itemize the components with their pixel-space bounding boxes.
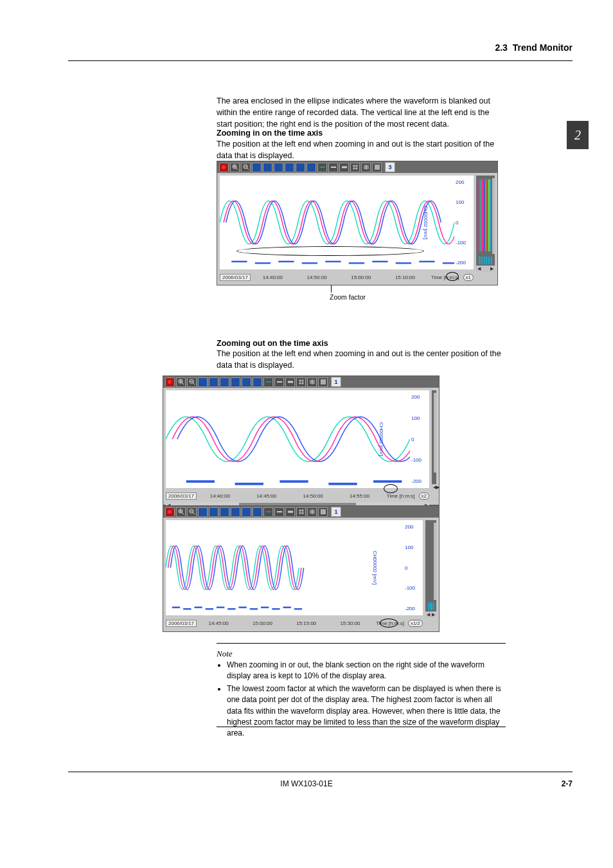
footer-rule	[68, 772, 573, 772]
x-tick: 14:55:00	[350, 493, 369, 499]
line-thin-icon[interactable]	[263, 377, 273, 387]
y-tick: 200	[456, 179, 472, 185]
footer-page-number: 2-7	[562, 779, 573, 788]
grid-icon[interactable]	[350, 163, 360, 172]
line-med-icon[interactable]	[274, 507, 284, 517]
zoom-in-icon[interactable]	[176, 377, 186, 387]
vertical-slider[interactable]	[434, 523, 436, 600]
note-heading: Note	[217, 648, 233, 660]
tool-icon[interactable]	[252, 163, 262, 172]
channel-bars	[428, 524, 432, 597]
trend-chart-window-2: 1 200 100 0 -100	[163, 375, 440, 505]
panel-nav[interactable]: ◀▶	[425, 611, 436, 618]
grid-dense-icon[interactable]	[372, 163, 382, 172]
zoom-in-icon[interactable]	[176, 507, 186, 517]
tool-icon[interactable]	[253, 377, 262, 387]
zoom-factor-box[interactable]: 3	[385, 162, 395, 172]
grid-icon[interactable]	[307, 377, 317, 387]
zoom-factor-box[interactable]: 1	[331, 377, 341, 387]
y-tick: -200	[456, 260, 472, 266]
chapter-tab: 2	[567, 121, 589, 149]
x-tick: 15:00:00	[253, 620, 272, 626]
nav-left-icon[interactable]: ◀	[427, 612, 430, 617]
zoom-in-icon[interactable]	[230, 163, 240, 172]
zoom-out-icon[interactable]	[187, 377, 197, 387]
record-icon[interactable]	[219, 163, 229, 172]
waveform-plot: 200 100 0 -100 -200 CH00002 [mV]	[166, 390, 429, 488]
tool-icon[interactable]	[220, 507, 229, 517]
tool-icon[interactable]	[285, 163, 294, 172]
date-box: 2006/03/17	[166, 620, 197, 627]
zoom-out-icon[interactable]	[241, 163, 251, 172]
y-tick: 0	[456, 220, 472, 226]
y-tick: -100	[456, 240, 472, 246]
line-med-icon[interactable]	[274, 377, 284, 387]
tool-icon[interactable]	[209, 377, 218, 387]
panel-nav[interactable]: ◀▶	[432, 484, 436, 491]
nav-left-icon[interactable]: ◀	[477, 266, 481, 271]
line-thick-icon[interactable]	[285, 507, 295, 517]
tool-icon[interactable]	[198, 377, 208, 387]
nav-right-icon[interactable]: ▶	[490, 266, 493, 271]
note-rule-top	[217, 643, 506, 644]
x-ticks: 14:40:00 14:45:00 14:50:00 14:55:00	[197, 493, 383, 499]
paragraph-blank-indicator: The area enclosed in the ellipse indicat…	[217, 95, 506, 130]
x-tick: 14:40:00	[263, 275, 283, 280]
trend-chart-window-3: 1	[163, 505, 440, 632]
line-thin-icon[interactable]	[263, 507, 273, 517]
tool-icon[interactable]	[263, 163, 272, 172]
date-box: 2006/03/17	[220, 274, 251, 281]
tool-icon[interactable]	[306, 163, 316, 172]
line-med-icon[interactable]	[328, 163, 338, 172]
date-box: 2006/03/17	[166, 493, 197, 500]
tool-icon[interactable]	[296, 163, 305, 172]
tool-icon[interactable]	[253, 507, 262, 517]
chart-toolbar: 1	[163, 376, 439, 388]
grid-icon[interactable]	[296, 507, 306, 517]
grid-dense-icon[interactable]	[318, 377, 328, 387]
section-number: 2.3	[495, 42, 507, 53]
header-rule	[68, 60, 573, 61]
grid-icon[interactable]	[307, 507, 317, 517]
tool-icon[interactable]	[242, 377, 251, 387]
bar	[490, 179, 492, 251]
bar	[485, 179, 486, 251]
grid-dense-icon[interactable]	[318, 507, 328, 517]
waveform-plot: 200 100 0 -100 -200 CH00002 [mV]	[166, 520, 423, 615]
tool-icon[interactable]	[209, 507, 218, 517]
tool-icon[interactable]	[220, 377, 229, 387]
x-axis-label: Time [h:m:s]	[376, 620, 404, 626]
zoom-indicator: x2	[419, 493, 429, 500]
line-thin-icon[interactable]	[317, 163, 327, 172]
y-tick: -100	[405, 585, 422, 591]
y-tick: 200	[405, 524, 422, 530]
tool-icon[interactable]	[231, 507, 240, 517]
y-axis-ticks: 200 100 0 -100 -200	[454, 176, 474, 269]
tool-icon[interactable]	[198, 507, 208, 517]
tool-icon[interactable]	[274, 163, 283, 172]
section-title: Trend Monitor	[513, 42, 573, 53]
paragraph-zoom-in: The position at the left end when zoomin…	[217, 138, 506, 161]
record-icon[interactable]	[165, 377, 175, 387]
record-icon[interactable]	[165, 507, 175, 517]
line-thick-icon[interactable]	[339, 163, 349, 172]
x-ticks: 14:45:00 15:00:00 15:15:00 15:30:00	[197, 620, 372, 626]
tool-icon[interactable]	[242, 507, 251, 517]
nav-right-icon[interactable]: ▶	[436, 485, 440, 490]
line-thick-icon[interactable]	[285, 377, 295, 387]
x-ticks: 14:40:00 14:50:00 15:00:00 15:10:00	[251, 275, 427, 280]
x-tick: 14:50:00	[303, 493, 323, 499]
waveform-plot: 200 100 0 -100 -200 CH00002 [mV]	[220, 176, 474, 269]
x-tick: 15:30:00	[340, 620, 360, 626]
vertical-slider[interactable]	[434, 393, 436, 473]
grid-icon[interactable]	[361, 163, 371, 172]
grid-icon[interactable]	[296, 377, 306, 387]
zoom-out-icon[interactable]	[187, 507, 197, 517]
x-tick: 14:45:00	[256, 493, 276, 499]
tool-icon[interactable]	[231, 377, 240, 387]
vertical-slider[interactable]	[492, 178, 495, 254]
zoom-indicator: x1	[463, 274, 474, 281]
zoom-factor-box[interactable]: 1	[331, 507, 341, 517]
panel-nav[interactable]: ◀▶	[476, 266, 495, 272]
nav-right-icon[interactable]: ▶	[432, 612, 435, 617]
